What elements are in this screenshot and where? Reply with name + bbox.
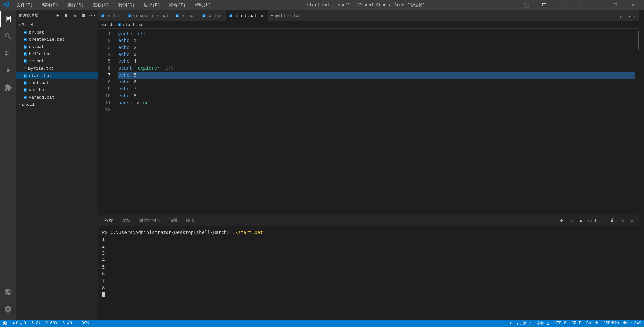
activity-extensions-icon[interactable] <box>0 80 16 95</box>
tab-bat-icon: ⊞ <box>176 14 179 17</box>
line-number: 3 <box>101 44 111 51</box>
menu-help[interactable]: 帮助(H) <box>193 1 213 9</box>
status-spaces[interactable]: 空格 2 <box>534 320 552 327</box>
activity-git-icon[interactable] <box>0 45 16 61</box>
file-label: hello.bat <box>29 52 52 57</box>
split-editor-right-icon[interactable]: ⊟ <box>617 12 626 21</box>
status-git2[interactable]: 8.49 -1.39% <box>60 320 91 327</box>
editor-scrollbar[interactable] <box>635 29 639 215</box>
new-terminal-icon[interactable]: + <box>557 216 566 225</box>
kill-terminal-icon[interactable]: 🗑 <box>608 216 617 225</box>
code-line-7: echo 5 <box>118 72 635 79</box>
status-git[interactable]: 5.84 -0.68% <box>29 320 60 327</box>
tab-br-bat[interactable]: ⊞ br.bat <box>98 10 125 21</box>
file-ic-bat[interactable]: ⊞ ic.bat <box>16 58 98 65</box>
breadcrumb-file[interactable]: start.bat <box>123 23 144 27</box>
code-line-12 <box>118 106 635 113</box>
tab-label: ic.bat <box>181 13 196 18</box>
file-varadd-bat[interactable]: ⊞ varadd.bat <box>16 94 98 101</box>
tab-start-bat[interactable]: ⊞ start.bat ✕ <box>226 10 268 21</box>
code-editor[interactable]: @echo off echo 1 echo 2 <box>115 29 635 215</box>
split-editor-button[interactable]: ⊞ <box>554 0 570 10</box>
file-myfile-txt[interactable]: ≡ myfile.txt <box>16 65 98 72</box>
menu-select[interactable]: 选择(S) <box>65 1 86 9</box>
more-layout-button[interactable]: ⊟ <box>572 0 587 10</box>
code-token: 8 <box>131 93 137 100</box>
status-line-col[interactable]: 行 7，列 7 <box>507 320 534 327</box>
status-feedback[interactable]: CSDN©Mr.Meng_S49 <box>601 320 644 327</box>
new-file-icon[interactable]: + <box>54 12 61 19</box>
activity-debug-icon[interactable] <box>0 62 16 78</box>
menu-terminal[interactable]: 终端(T) <box>167 1 187 9</box>
code-line-3: echo 2 <box>118 44 635 51</box>
file-label: br.bat <box>29 30 44 35</box>
panel-tab-debug-console[interactable]: 调试控制台 <box>135 216 164 225</box>
tab-createfile-bat[interactable]: ⊞ createFile.bat <box>125 10 172 21</box>
terminal-dropdown-icon[interactable]: ∨ <box>567 216 576 225</box>
panel-close-icon[interactable]: ✕ <box>628 216 637 225</box>
window-controls: ⬛ 🗖 ⊞ ⊟ ─ □ ✕ <box>519 0 641 10</box>
tab-bat-icon: ⊞ <box>229 14 232 17</box>
tab-label: createFile.bat <box>133 13 169 18</box>
file-br-bat[interactable]: ⊞ br.bat <box>16 29 98 36</box>
terminal-output: 6 <box>102 271 105 276</box>
minimap-scrollbar[interactable] <box>639 10 644 320</box>
tab-myfile-txt[interactable]: ≡ myfile.txt <box>268 10 304 21</box>
refresh-icon[interactable]: ↻ <box>71 12 78 19</box>
scrollbar-thumb[interactable] <box>638 30 639 50</box>
tab-cs-bat[interactable]: ⊞ cs.bat <box>199 10 226 21</box>
file-cs-bat[interactable]: ⊞ cs.bat <box>16 43 98 50</box>
file-start-bat[interactable]: ⊞ start.bat <box>16 72 98 79</box>
minimize-button[interactable]: ─ <box>590 0 605 10</box>
tab-bat-icon: ⊞ <box>101 14 104 17</box>
panel-tab-comments[interactable]: 注释 <box>118 216 134 225</box>
activity-remote-icon[interactable] <box>0 284 16 300</box>
file-hello-bat[interactable]: ⊞ hello.bat <box>16 50 98 58</box>
menu-view[interactable]: 查看(V) <box>91 1 111 9</box>
terminal-shell-icon[interactable]: ▶ <box>577 216 586 225</box>
menu-goto[interactable]: 转到(G) <box>116 1 137 9</box>
folder-batch[interactable]: ▾ Batch <box>16 21 98 29</box>
more-tabs-icon[interactable]: ··· <box>628 12 637 21</box>
panel-tab-terminal[interactable]: 终端 <box>101 216 117 225</box>
vscode-logo-icon <box>3 1 9 9</box>
breadcrumb-folder[interactable]: Batch <box>101 23 113 27</box>
activity-explorer-icon[interactable] <box>0 11 16 27</box>
panel-up-icon[interactable]: ∧ <box>618 216 627 225</box>
new-folder-icon[interactable]: ⊞ <box>63 12 70 19</box>
panel-toolbar-right: + ∨ ▶ cmd ⊟ 🗑 ∧ ✕ <box>557 216 637 225</box>
layout-toggle-button[interactable]: 🗖 <box>537 0 552 10</box>
folder-shell[interactable]: ▸ shell <box>16 101 98 108</box>
code-line-10: echo 8 <box>118 93 635 100</box>
tab-ic-bat[interactable]: ⊞ ic.bat <box>172 10 199 21</box>
activity-search-icon[interactable] <box>0 28 16 44</box>
status-line-ending[interactable]: CRLF <box>569 320 584 327</box>
sidebar-toggle-button[interactable]: ⬛ <box>519 0 534 10</box>
line-ending-value: CRLF <box>572 321 581 326</box>
status-language[interactable]: Batch <box>584 320 601 327</box>
menu-edit[interactable]: 编辑(E) <box>40 1 60 9</box>
panel-tab-output[interactable]: 输出 <box>182 216 198 225</box>
file-createfile-bat[interactable]: ⊞ createFile.bat <box>16 36 98 43</box>
terminal-content[interactable]: PS C:\Users\Administrator\Desktop\shell\… <box>98 226 639 320</box>
split-terminal-icon[interactable]: ⊟ <box>599 216 607 225</box>
panel-tab-problems[interactable]: 问题 <box>165 216 181 225</box>
collapse-all-icon[interactable]: ⊟ <box>80 12 87 19</box>
file-var-bat[interactable]: ⊞ var.bat <box>16 86 98 94</box>
more-actions-icon[interactable]: ··· <box>88 12 95 19</box>
status-errors[interactable]: ⊗ 0 ⚠ 0 <box>10 320 29 327</box>
status-remote[interactable] <box>0 320 10 327</box>
activity-settings-icon[interactable] <box>0 301 16 317</box>
close-button[interactable]: ✕ <box>626 0 641 10</box>
menu-run[interactable]: 运行(R) <box>142 1 162 9</box>
menu-file[interactable]: 文件(F) <box>14 1 35 9</box>
file-test-bat[interactable]: ⊞ test.bat <box>16 79 98 86</box>
status-encoding[interactable]: UTF-8 <box>552 320 569 327</box>
maximize-button[interactable]: □ <box>608 0 623 10</box>
line-number: 8 <box>101 79 111 86</box>
breadcrumb-separator: › <box>115 23 117 27</box>
tab-close-icon[interactable]: ✕ <box>259 13 265 18</box>
file-label: test.bat <box>29 81 49 85</box>
editor-content[interactable]: 1 2 3 4 5 6 7 8 9 10 11 12 @echo <box>98 29 639 215</box>
breadcrumb: Batch › ⊞ start.bat <box>98 21 639 29</box>
